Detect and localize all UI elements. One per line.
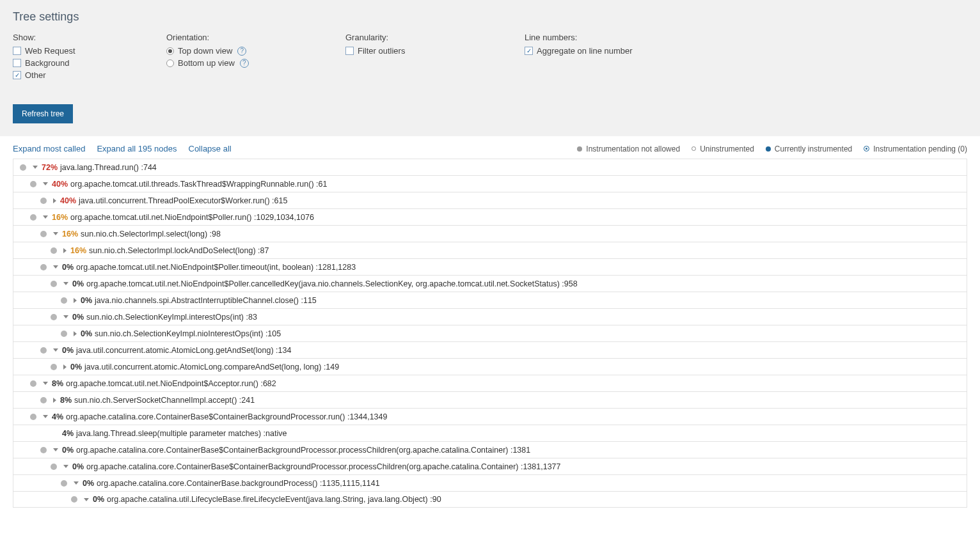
- expand-all-link[interactable]: Expand all 195 nodes: [97, 144, 177, 153]
- help-icon[interactable]: ?: [240, 59, 249, 68]
- status-dot-icon[interactable]: [40, 397, 47, 403]
- checkbox-label: Aggregate on line number: [537, 46, 633, 56]
- method-signature: org.apache.catalina.core.ContainerBase$C…: [76, 446, 530, 455]
- status-dot-icon[interactable]: [40, 264, 47, 270]
- status-dot-icon[interactable]: [40, 231, 47, 237]
- percentage-value: 40%: [60, 196, 76, 205]
- caret-down-icon[interactable]: [43, 382, 48, 385]
- method-signature: org.apache.tomcat.util.threads.TaskThrea…: [70, 180, 327, 189]
- radio-bottom-up[interactable]: Bottom up view ?: [166, 58, 320, 68]
- status-dot-icon[interactable]: [30, 414, 36, 420]
- checkbox-icon: [13, 71, 21, 79]
- percentage-value: 0%: [81, 296, 92, 305]
- tree-row[interactable]: 40%org.apache.tomcat.util.threads.TaskTh…: [13, 175, 967, 192]
- call-tree: 72%java.lang.Thread.run() :74440%org.apa…: [13, 159, 967, 508]
- tree-row[interactable]: 0%org.apache.tomcat.util.net.NioEndpoint…: [13, 258, 967, 275]
- tree-row[interactable]: 0%org.apache.catalina.core.ContainerBase…: [13, 441, 967, 458]
- tree-row[interactable]: 0%org.apache.tomcat.util.net.NioEndpoint…: [13, 275, 967, 292]
- status-dot-icon[interactable]: [51, 364, 57, 370]
- tree-row[interactable]: 16%org.apache.tomcat.util.net.NioEndpoin…: [13, 208, 967, 225]
- checkbox-background[interactable]: Background: [13, 58, 141, 68]
- status-dot-icon[interactable]: [71, 496, 77, 503]
- caret-down-icon[interactable]: [43, 215, 48, 219]
- caret-right-icon[interactable]: [53, 198, 56, 203]
- checkbox-other[interactable]: Other: [13, 70, 141, 80]
- method-signature: org.apache.tomcat.util.net.NioEndpoint$P…: [70, 213, 314, 222]
- caret-down-icon[interactable]: [63, 465, 68, 468]
- tree-row[interactable]: 4%java.lang.Thread.sleep(multiple parame…: [13, 425, 967, 441]
- caret-right-icon[interactable]: [74, 331, 77, 336]
- radio-icon: [166, 59, 174, 67]
- status-dot-icon[interactable]: [51, 247, 57, 254]
- status-dot-icon[interactable]: [61, 480, 67, 487]
- status-dot-icon[interactable]: [30, 214, 36, 221]
- percentage-value: 0%: [72, 313, 84, 322]
- legend-not-allowed: Instrumentation not allowed: [577, 145, 680, 153]
- caret-right-icon[interactable]: [63, 248, 67, 253]
- status-dot-icon[interactable]: [40, 447, 47, 453]
- percentage-value: 16%: [62, 230, 78, 238]
- tree-row[interactable]: 8%sun.nio.ch.ServerSocketChannelImpl.acc…: [13, 391, 967, 408]
- percentage-value: 8%: [52, 379, 63, 388]
- granularity-column: Granularity: Filter outliers: [345, 33, 499, 82]
- caret-down-icon[interactable]: [74, 481, 79, 485]
- percentage-value: 0%: [83, 479, 94, 488]
- collapse-all-link[interactable]: Collapse all: [189, 144, 232, 153]
- caret-down-icon[interactable]: [53, 265, 58, 269]
- caret-down-icon[interactable]: [53, 448, 58, 451]
- tree-row[interactable]: 0%java.util.concurrent.atomic.AtomicLong…: [13, 341, 967, 358]
- refresh-tree-button[interactable]: Refresh tree: [13, 104, 73, 123]
- method-signature: org.apache.catalina.util.LifecycleBase.f…: [107, 495, 441, 504]
- tree-row[interactable]: 0%org.apache.catalina.util.LifecycleBase…: [13, 491, 967, 508]
- caret-down-icon[interactable]: [43, 182, 48, 185]
- tree-row[interactable]: 72%java.lang.Thread.run() :744: [13, 159, 967, 175]
- caret-down-icon[interactable]: [63, 315, 68, 318]
- tree-row[interactable]: 0%java.util.concurrent.atomic.AtomicLong…: [13, 358, 967, 375]
- method-signature: org.apache.tomcat.util.net.NioEndpoint$A…: [66, 379, 276, 388]
- checkbox-web-request[interactable]: Web Request: [13, 46, 141, 56]
- caret-down-icon[interactable]: [43, 415, 48, 418]
- caret-right-icon[interactable]: [63, 364, 67, 370]
- caret-right-icon[interactable]: [53, 398, 56, 403]
- status-dot-icon[interactable]: [61, 331, 67, 337]
- status-dot-icon[interactable]: [51, 464, 57, 470]
- status-dot-icon[interactable]: [30, 181, 36, 187]
- tree-settings-panel: Tree settings Show: Web Request Backgrou…: [0, 0, 980, 136]
- legend-uninstrumented: Uninstrumented: [692, 145, 754, 153]
- tree-row[interactable]: 0%sun.nio.ch.SelectionKeyImpl.nioInteres…: [13, 325, 967, 341]
- status-dot-icon[interactable]: [61, 297, 67, 304]
- show-column: Show: Web Request Background Other: [13, 33, 141, 82]
- caret-right-icon[interactable]: [74, 298, 77, 303]
- caret-down-icon[interactable]: [53, 348, 58, 352]
- radio-icon: [166, 47, 174, 55]
- tree-row[interactable]: 16%sun.nio.ch.SelectorImpl.lockAndDoSele…: [13, 242, 967, 258]
- tree-row[interactable]: 4%org.apache.catalina.core.ContainerBase…: [13, 408, 967, 425]
- orientation-label: Orientation:: [166, 33, 320, 42]
- percentage-value: 0%: [93, 495, 104, 504]
- caret-down-icon[interactable]: [33, 166, 38, 169]
- status-dot-icon[interactable]: [30, 380, 36, 387]
- caret-down-icon[interactable]: [63, 282, 68, 285]
- radio-top-down[interactable]: Top down view ?: [166, 46, 320, 56]
- checkbox-aggregate-line[interactable]: Aggregate on line number: [525, 46, 678, 56]
- status-dot-icon[interactable]: [51, 314, 57, 320]
- method-signature: java.util.concurrent.ThreadPoolExecutor$…: [79, 196, 287, 205]
- checkbox-filter-outliers[interactable]: Filter outliers: [345, 46, 499, 56]
- tree-row[interactable]: 40%java.util.concurrent.ThreadPoolExecut…: [13, 192, 967, 208]
- status-dot-icon[interactable]: [51, 281, 57, 287]
- line-numbers-label: Line numbers:: [525, 33, 678, 42]
- status-dot-icon[interactable]: [40, 198, 47, 204]
- tree-row[interactable]: 0%sun.nio.ch.SelectionKeyImpl.interestOp…: [13, 308, 967, 325]
- tree-row[interactable]: 16%sun.nio.ch.SelectorImpl.select(long) …: [13, 225, 967, 242]
- caret-down-icon[interactable]: [84, 498, 89, 501]
- expand-most-called-link[interactable]: Expand most called: [13, 144, 85, 153]
- status-dot-icon[interactable]: [40, 347, 47, 354]
- status-dot-icon[interactable]: [20, 164, 26, 171]
- percentage-value: 0%: [70, 363, 82, 371]
- tree-row[interactable]: 0%java.nio.channels.spi.AbstractInterrup…: [13, 292, 967, 308]
- tree-row[interactable]: 0%org.apache.catalina.core.ContainerBase…: [13, 474, 967, 491]
- caret-down-icon[interactable]: [53, 232, 58, 235]
- tree-row[interactable]: 8%org.apache.tomcat.util.net.NioEndpoint…: [13, 375, 967, 391]
- help-icon[interactable]: ?: [237, 47, 246, 56]
- tree-row[interactable]: 0%org.apache.catalina.core.ContainerBase…: [13, 458, 967, 474]
